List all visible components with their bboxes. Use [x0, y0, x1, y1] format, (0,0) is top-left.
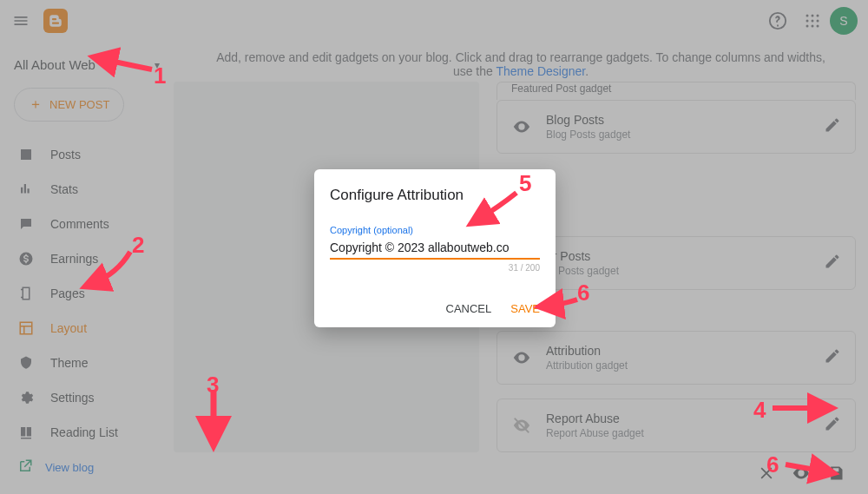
copyright-input[interactable] [330, 237, 540, 260]
copyright-field-label: Copyright (optional) [330, 225, 540, 235]
configure-attribution-dialog: Configure Attribution Copyright (optiona… [314, 169, 556, 327]
save-button[interactable]: SAVE [510, 302, 540, 315]
dialog-title: Configure Attribution [330, 187, 540, 204]
cancel-button[interactable]: CANCEL [446, 302, 492, 315]
char-counter: 31 / 200 [330, 263, 540, 273]
